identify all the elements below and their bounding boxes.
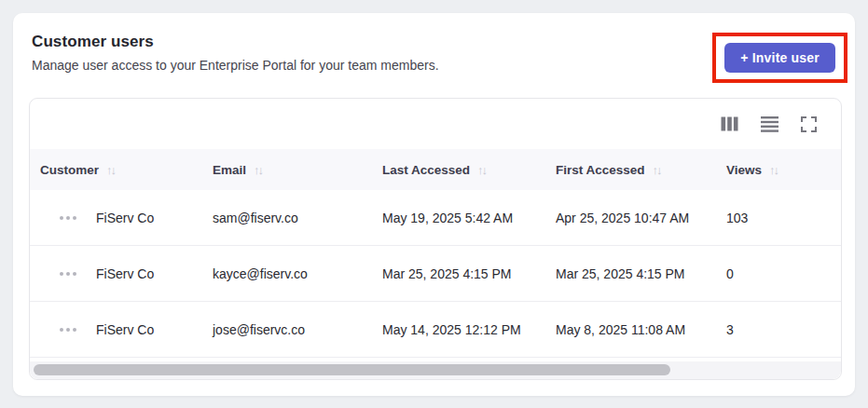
last-accessed-cell: May 19, 2025 5:42 AM — [372, 211, 545, 225]
column-label: First Accessed — [556, 163, 645, 177]
sort-icon: ↑↓ — [254, 163, 264, 177]
views-cell: 3 — [716, 322, 841, 337]
ellipsis-icon[interactable] — [58, 214, 78, 222]
column-header-views[interactable]: Views ↑↓ — [716, 163, 841, 177]
column-label: Last Accessed — [382, 163, 470, 177]
columns-icon[interactable] — [721, 116, 738, 131]
customer-cell: FiServ Co — [30, 322, 202, 337]
column-header-customer[interactable]: Customer ↑↓ — [30, 163, 202, 177]
email-cell: kayce@fiserv.co — [202, 266, 372, 281]
customer-cell: FiServ Co — [30, 211, 202, 225]
row-density-icon[interactable] — [761, 116, 778, 132]
title-block: Customer users Manage user access to you… — [32, 33, 439, 73]
sort-icon: ↑↓ — [106, 163, 117, 177]
customer-name: FiServ Co — [96, 266, 154, 281]
last-accessed-cell: Mar 25, 2025 4:15 PM — [372, 266, 545, 281]
column-header-email[interactable]: Email ↑↓ — [202, 163, 372, 177]
column-label: Email — [213, 163, 246, 177]
column-label: Customer — [40, 163, 99, 177]
invite-user-button[interactable]: + Invite user — [724, 43, 835, 73]
horizontal-scrollbar-thumb[interactable] — [34, 364, 670, 375]
annotation-highlight: + Invite user — [712, 33, 847, 83]
users-table-card: Customer ↑↓ Email ↑↓ Last Accessed ↑↓ Fi… — [29, 98, 842, 380]
sort-icon: ↑↓ — [653, 163, 663, 177]
table-toolbar — [30, 99, 841, 149]
table-header-row: Customer ↑↓ Email ↑↓ Last Accessed ↑↓ Fi… — [30, 149, 841, 190]
customer-name: FiServ Co — [96, 211, 154, 225]
column-header-first-accessed[interactable]: First Accessed ↑↓ — [545, 163, 716, 177]
views-cell: 0 — [716, 266, 841, 281]
table-row: FiServ Co sam@fiserv.co May 19, 2025 5:4… — [30, 190, 841, 246]
last-accessed-cell: May 14, 2025 12:12 PM — [372, 322, 545, 337]
sort-icon: ↑↓ — [769, 163, 779, 177]
views-cell: 103 — [716, 211, 841, 225]
column-header-last-accessed[interactable]: Last Accessed ↑↓ — [372, 163, 545, 177]
fullscreen-icon[interactable] — [801, 116, 817, 132]
sort-icon: ↑↓ — [477, 163, 488, 177]
first-accessed-cell: May 8, 2025 11:08 AM — [545, 322, 716, 337]
card-header: Customer users Manage user access to you… — [13, 13, 855, 83]
email-cell: jose@fiservc.co — [202, 322, 372, 337]
column-label: Views — [726, 163, 762, 177]
email-cell: sam@fiserv.co — [202, 211, 372, 225]
page-subtitle: Manage user access to your Enterprise Po… — [32, 58, 439, 73]
customer-cell: FiServ Co — [30, 266, 202, 281]
page-title: Customer users — [32, 33, 439, 51]
ellipsis-icon[interactable] — [58, 270, 78, 278]
customer-name: FiServ Co — [96, 322, 154, 337]
customer-users-card: Customer users Manage user access to you… — [13, 13, 855, 396]
horizontal-scrollbar-track[interactable] — [30, 361, 841, 379]
first-accessed-cell: Apr 25, 2025 10:47 AM — [545, 211, 716, 225]
table-row: FiServ Co jose@fiservc.co May 14, 2025 1… — [30, 302, 841, 358]
ellipsis-icon[interactable] — [58, 326, 78, 333]
first-accessed-cell: Mar 25, 2025 4:15 PM — [545, 266, 716, 281]
table-row: FiServ Co kayce@fiserv.co Mar 25, 2025 4… — [30, 246, 841, 302]
